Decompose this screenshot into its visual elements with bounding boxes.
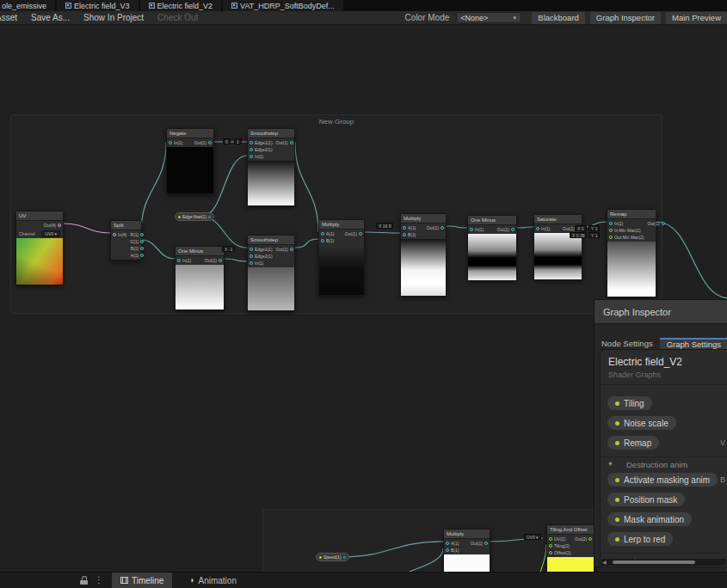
node-uv[interactable]: UVOut(4)ChannelUV0 ▾ xyxy=(15,211,64,285)
tab-electric-field-v2[interactable]: Electric field_V2 xyxy=(140,0,222,11)
input-port[interactable]: B(1) xyxy=(319,237,336,244)
output-port[interactable]: Out(2) xyxy=(573,536,594,542)
output-port[interactable]: Out(1) xyxy=(425,224,446,231)
scroll-left-arrow-icon[interactable]: ◀ xyxy=(602,559,607,565)
tab-graph-settings[interactable]: Graph Settings xyxy=(660,338,727,350)
input-port[interactable]: Edge1(1) xyxy=(248,246,274,253)
node-smoothstep[interactable]: SmoothstepEdge1(1)Edge2(1)In(1)Out(1) xyxy=(247,128,295,206)
collapse-triangle-icon[interactable]: ▼ xyxy=(607,461,613,467)
scrollbar-handle[interactable] xyxy=(613,560,695,564)
inline-value-chip[interactable]: Y 1 xyxy=(588,232,600,238)
node-multiply[interactable]: MultiplyA(1)B(1)Out(1) xyxy=(318,219,365,296)
tab-timeline[interactable]: Timeline xyxy=(112,573,172,588)
node-saturate[interactable]: SaturateIn(1)Out(1) xyxy=(533,214,582,280)
graph-inspector-toggle-button[interactable]: Graph Inspector xyxy=(590,12,661,24)
tab-animation[interactable]: ◗ Animation xyxy=(181,573,245,588)
node-multiply[interactable]: MultiplyA(1)B(1)Out(1) xyxy=(400,213,447,297)
input-port[interactable]: A(1) xyxy=(444,540,460,547)
edge-wire[interactable] xyxy=(656,222,727,298)
output-port[interactable]: Out(1) xyxy=(645,220,666,227)
output-port[interactable]: Out(1) xyxy=(469,540,490,547)
blackboard-property-activate-masking-anim[interactable]: Activate masking anim xyxy=(607,473,718,487)
inline-value-chip[interactable]: X -1 xyxy=(222,246,235,252)
input-ports: Edge1(1)Edge2(1)In(1) xyxy=(248,139,274,160)
output-port[interactable]: Out(1) xyxy=(203,257,224,264)
tab-ole-emissive[interactable]: ole_emissive xyxy=(0,0,55,11)
inline-value-chip[interactable]: 0 xyxy=(223,138,231,144)
port-dot xyxy=(219,259,222,262)
node-one-minus[interactable]: One MinusIn(1)Out(1) xyxy=(467,215,517,281)
node-title: Tiling And Offset xyxy=(547,525,594,535)
inline-dropdown-chip[interactable]: UV0 ▾ xyxy=(524,534,541,540)
input-port[interactable]: A(1) xyxy=(319,230,336,237)
node-split[interactable]: SplitIn(4)R(1)G(1)B(1)A(1) xyxy=(110,220,142,260)
blackboard-property-mask-animation[interactable]: Mask animation xyxy=(607,512,692,526)
input-port[interactable]: B(1) xyxy=(444,547,460,554)
input-port[interactable]: In(1) xyxy=(176,257,193,264)
main-preview-toggle-button[interactable]: Main Preview xyxy=(666,12,727,24)
input-port[interactable]: In(1) xyxy=(167,139,184,146)
blackboard-property-lerp-to-red[interactable]: Lerp to red xyxy=(607,532,673,546)
output-port[interactable]: Out(4) xyxy=(42,222,63,229)
blackboard-horizontal-scrollbar[interactable]: ◀ xyxy=(601,559,726,566)
input-port[interactable]: UV(2) xyxy=(547,536,572,542)
output-port[interactable]: Out(1) xyxy=(496,226,516,233)
output-port[interactable]: Out(1) xyxy=(193,139,213,146)
inline-value-chip[interactable]: X 0.38 xyxy=(570,232,587,238)
blackboard-property-position-mask[interactable]: Position mask xyxy=(607,493,685,506)
output-port[interactable]: A(1) xyxy=(128,252,145,259)
input-port[interactable]: In Min Max(2) xyxy=(607,227,645,234)
output-port[interactable]: Out(1) xyxy=(274,246,295,253)
input-port[interactable]: Edge2(1) xyxy=(248,146,274,153)
input-port[interactable]: In(1) xyxy=(248,260,274,266)
output-port[interactable]: Out(1) xyxy=(274,139,295,146)
tab-node-settings[interactable]: Node Settings xyxy=(595,338,660,350)
tab-electric-field-v3[interactable]: Electric field_V3 xyxy=(57,0,139,11)
property-dot xyxy=(319,556,322,559)
input-port[interactable]: Edge1(1) xyxy=(248,139,274,146)
unlock-icon[interactable] xyxy=(80,576,88,585)
inline-value-chip[interactable]: X 16.9 xyxy=(376,223,393,229)
input-port[interactable]: In(1) xyxy=(534,225,551,232)
property-node-speed-1-[interactable]: Speed(1) xyxy=(316,553,349,561)
input-port[interactable]: Offset(2) xyxy=(547,549,572,556)
blackboard-property-tiling[interactable]: Tiling xyxy=(607,396,652,410)
node-title: Saturate xyxy=(534,215,582,224)
kebab-menu-icon[interactable]: ⋮ xyxy=(95,576,103,585)
channel-select[interactable]: UV0 ▾ xyxy=(41,230,60,237)
input-port[interactable]: B(1) xyxy=(401,231,417,238)
input-port[interactable]: In(1) xyxy=(468,226,485,233)
input-port[interactable]: Tiling(2) xyxy=(547,542,572,549)
output-port[interactable] xyxy=(208,216,211,218)
node-smoothstep[interactable]: SmoothstepEdge1(1)Edge2(1)In(1)Out(1) xyxy=(247,235,295,311)
inline-value-chip[interactable]: 1 xyxy=(234,138,242,144)
save-asset-button[interactable]: Save Asset xyxy=(0,11,24,25)
node-negate[interactable]: NegateIn(1)Out(1) xyxy=(166,128,214,194)
output-port[interactable] xyxy=(343,556,346,559)
node-one-minus[interactable]: One MinusIn(1)Out(1) xyxy=(175,246,225,310)
blackboard-category-destruction-anim[interactable]: ▼Destruction anim xyxy=(601,456,727,469)
input-port[interactable]: Edge2(1) xyxy=(248,253,274,260)
blackboard-toggle-button[interactable]: Blackboard xyxy=(532,12,585,24)
input-port[interactable]: In(1) xyxy=(248,153,274,160)
port-label: A(1) xyxy=(131,253,139,258)
input-port[interactable]: A(1) xyxy=(401,224,417,231)
save-as-button[interactable]: Save As... xyxy=(24,11,77,25)
output-port[interactable]: Out(1) xyxy=(343,230,364,237)
input-port[interactable]: Out Min Max(2) xyxy=(607,234,645,241)
output-port[interactable]: B(1) xyxy=(128,245,145,252)
output-port[interactable]: R(1) xyxy=(128,231,145,238)
output-port[interactable]: G(1) xyxy=(128,238,145,245)
show-in-project-button[interactable]: Show In Project xyxy=(77,11,151,25)
property-node-edge-flow-1-[interactable]: Edge flow(1) xyxy=(175,212,214,221)
tab-vat-hdrp-softbodydef[interactable]: VAT_HDRP_SoftBodyDef... xyxy=(223,0,343,11)
chevron-down-icon: ▼ xyxy=(512,15,517,21)
inline-value-chip[interactable]: X 0 xyxy=(575,225,587,231)
color-mode-dropdown[interactable]: <None> ▼ xyxy=(456,12,521,23)
input-port[interactable]: In(1) xyxy=(607,220,645,227)
blackboard-property-remap[interactable]: Remap xyxy=(607,436,659,450)
input-port[interactable]: In(4) xyxy=(111,231,128,238)
node-remap[interactable]: RemapIn(1)In Min Max(2)Out Min Max(2)Out… xyxy=(607,209,656,297)
inline-value-chip[interactable]: Y 1 xyxy=(588,225,600,231)
blackboard-property-noise-scale[interactable]: Noise scale xyxy=(607,416,676,430)
